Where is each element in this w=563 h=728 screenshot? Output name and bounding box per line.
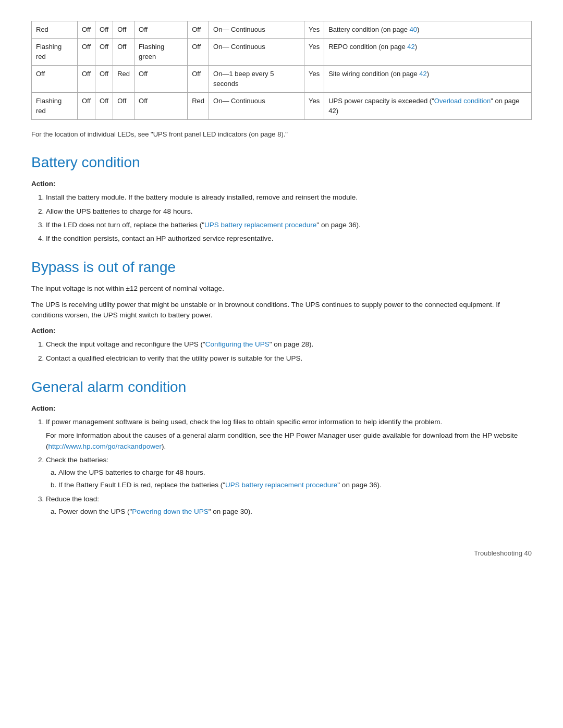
footer-text: Troubleshooting 40 (474, 549, 532, 557)
table-cell: Off (134, 92, 188, 119)
overload-link[interactable]: Overload condition (434, 97, 491, 105)
table-row: OffOffOffRedOffOffOn—1 beep every 5 seco… (32, 65, 532, 92)
list-item: Contact a qualified electrician to verif… (46, 353, 532, 364)
table-cell: Off (134, 21, 188, 39)
battery-replacement-link-2[interactable]: UPS battery replacement procedure (225, 481, 337, 489)
table-cell: Off (113, 92, 134, 119)
table-cell: Off (78, 21, 95, 39)
table-cell: Off (95, 65, 113, 92)
list-item: Check the batteries: Allow the UPS batte… (46, 455, 532, 491)
bypass-para1: The input voltage is not within ±12 perc… (31, 283, 532, 294)
table-cell: On— Continuous (209, 92, 304, 119)
bypass-action-label: Action: (31, 326, 532, 336)
table-cell: Battery condition (on page 40) (324, 21, 532, 39)
general-alarm-heading: General alarm condition (31, 376, 532, 398)
powering-down-link[interactable]: Powering down the UPS (132, 508, 208, 515)
table-cell: Off (113, 38, 134, 65)
site-wiring-link[interactable]: 42 (419, 70, 426, 78)
list-item: If power management software is being us… (46, 417, 532, 452)
sub-list-item: Power down the UPS ("Powering down the U… (58, 507, 532, 517)
table-cell: Off (188, 21, 209, 39)
bypass-para2: The UPS is receiving utility power that … (31, 300, 532, 321)
table-cell: Off (188, 65, 209, 92)
reduce-load-sublist: Power down the UPS ("Powering down the U… (58, 507, 532, 517)
general-alarm-action-label: Action: (31, 403, 532, 414)
table-cell: Off (78, 92, 95, 119)
table-cell: Off (113, 21, 134, 39)
table-cell: Off (95, 38, 113, 65)
table-row: Flashing redOffOffOffFlashing greenOffOn… (32, 38, 532, 65)
table-cell: Yes (304, 21, 324, 39)
led-status-table: RedOffOffOffOffOffOn— ContinuousYesBatte… (31, 21, 532, 120)
list-item: If the LED does not turn off, replace th… (46, 220, 532, 230)
battery-action-label: Action: (31, 179, 532, 189)
list-item: Allow the UPS batteries to charge for 48… (46, 206, 532, 217)
table-cell: Yes (304, 92, 324, 119)
repo-condition-link[interactable]: 42 (407, 43, 414, 51)
general-alarm-item1-text: If power management software is being us… (46, 418, 442, 426)
table-cell: Off (78, 65, 95, 92)
hp-website-link[interactable]: http://www.hp.com/go/rackandpower (48, 442, 162, 450)
configuring-ups-link[interactable]: Configuring the UPS (205, 340, 270, 348)
table-row: RedOffOffOffOffOffOn— ContinuousYesBatte… (32, 21, 532, 39)
bypass-out-of-range-heading: Bypass is out of range (31, 256, 532, 278)
table-cell: UPS power capacity is exceeded ("Overloa… (324, 92, 532, 119)
table-cell: Red (188, 92, 209, 119)
table-cell: On— Continuous (209, 38, 304, 65)
battery-condition-list: Install the battery module. If the batte… (46, 192, 532, 244)
table-row: Flashing redOffOffOffOffRedOn— Continuou… (32, 92, 532, 119)
table-cell: Off (95, 92, 113, 119)
general-alarm-item1-sub: For more information about the causes of… (46, 430, 532, 452)
table-cell: Red (113, 65, 134, 92)
table-cell: Off (95, 21, 113, 39)
general-alarm-list: If power management software is being us… (46, 417, 532, 517)
table-cell: Off (32, 65, 78, 92)
table-cell: Red (32, 21, 78, 39)
battery-replacement-link[interactable]: UPS battery replacement procedure (204, 221, 316, 229)
battery-condition-link[interactable]: 40 (410, 26, 417, 33)
table-cell: Flashing red (32, 38, 78, 65)
table-cell: Off (134, 65, 188, 92)
check-batteries-sublist: Allow the UPS batteries to charge for 48… (58, 467, 532, 491)
table-cell: Site wiring condition (on page 42) (324, 65, 532, 92)
battery-condition-heading: Battery condition (31, 152, 532, 174)
table-cell: Yes (304, 65, 324, 92)
table-cell: Flashing red (32, 92, 78, 119)
list-item: Check the input voltage and reconfigure … (46, 339, 532, 350)
table-cell: REPO condition (on page 42) (324, 38, 532, 65)
table-cell: Yes (304, 38, 324, 65)
list-item: Reduce the load: Power down the UPS ("Po… (46, 494, 532, 517)
page-footer: Troubleshooting 40 (31, 548, 532, 559)
sub-list-item: If the Battery Fault LED is red, replace… (58, 480, 532, 490)
table-cell: On— Continuous (209, 21, 304, 39)
list-item: Install the battery module. If the batte… (46, 192, 532, 203)
table-cell: Off (78, 38, 95, 65)
bypass-list: Check the input voltage and reconfigure … (46, 339, 532, 364)
table-cell: Off (188, 38, 209, 65)
table-cell: Flashing green (134, 38, 188, 65)
sub-list-item: Allow the UPS batteries to charge for 48… (58, 467, 532, 478)
list-item: If the condition persists, contact an HP… (46, 233, 532, 244)
table-cell: On—1 beep every 5 seconds (209, 65, 304, 92)
led-location-note: For the location of individual LEDs, see… (31, 129, 532, 140)
